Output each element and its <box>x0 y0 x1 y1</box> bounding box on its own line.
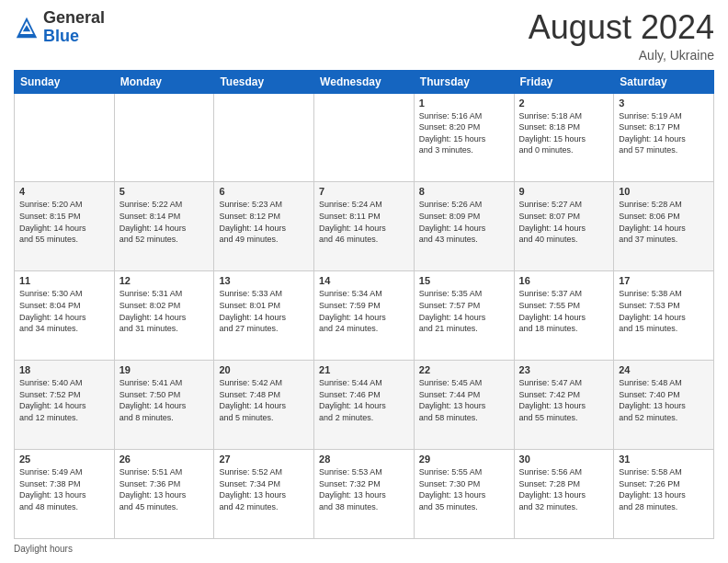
calendar-cell: 31Sunrise: 5:58 AM Sunset: 7:26 PM Dayli… <box>614 450 714 539</box>
calendar-cell: 17Sunrise: 5:38 AM Sunset: 7:53 PM Dayli… <box>614 271 714 361</box>
day-info: Sunrise: 5:28 AM Sunset: 8:06 PM Dayligh… <box>619 199 709 245</box>
day-number: 15 <box>419 275 509 286</box>
footer-label: Daylight hours <box>14 544 73 554</box>
calendar-cell: 1Sunrise: 5:16 AM Sunset: 8:20 PM Daylig… <box>414 93 514 182</box>
day-number: 29 <box>419 454 509 465</box>
calendar-cell: 26Sunrise: 5:51 AM Sunset: 7:36 PM Dayli… <box>114 450 214 539</box>
day-info: Sunrise: 5:20 AM Sunset: 8:15 PM Dayligh… <box>19 199 109 245</box>
calendar-cell: 12Sunrise: 5:31 AM Sunset: 8:02 PM Dayli… <box>114 271 214 361</box>
calendar-week-row: 4Sunrise: 5:20 AM Sunset: 8:15 PM Daylig… <box>15 182 714 271</box>
calendar-cell: 4Sunrise: 5:20 AM Sunset: 8:15 PM Daylig… <box>15 182 115 271</box>
day-info: Sunrise: 5:42 AM Sunset: 7:48 PM Dayligh… <box>219 377 309 423</box>
day-number: 5 <box>119 186 210 197</box>
calendar-cell: 10Sunrise: 5:28 AM Sunset: 8:06 PM Dayli… <box>614 182 714 271</box>
day-info: Sunrise: 5:52 AM Sunset: 7:34 PM Dayligh… <box>219 466 309 512</box>
calendar-cell <box>114 93 214 182</box>
calendar-cell: 15Sunrise: 5:35 AM Sunset: 7:57 PM Dayli… <box>414 271 514 361</box>
day-number: 7 <box>319 186 409 197</box>
calendar-cell: 28Sunrise: 5:53 AM Sunset: 7:32 PM Dayli… <box>314 450 415 539</box>
title-block: August 2024 Auly, Ukraine <box>529 9 714 63</box>
logo: General Blue <box>14 9 105 46</box>
day-info: Sunrise: 5:40 AM Sunset: 7:52 PM Dayligh… <box>19 377 109 423</box>
day-number: 11 <box>19 275 109 286</box>
day-number: 6 <box>219 186 309 197</box>
calendar-cell: 30Sunrise: 5:56 AM Sunset: 7:28 PM Dayli… <box>514 450 614 539</box>
calendar-day-header: Wednesday <box>314 70 415 93</box>
calendar-cell: 22Sunrise: 5:45 AM Sunset: 7:44 PM Dayli… <box>414 361 514 450</box>
day-info: Sunrise: 5:55 AM Sunset: 7:30 PM Dayligh… <box>419 466 509 512</box>
footer: Daylight hours <box>14 544 714 554</box>
day-number: 1 <box>419 98 509 109</box>
day-number: 13 <box>219 275 309 286</box>
day-info: Sunrise: 5:51 AM Sunset: 7:36 PM Dayligh… <box>119 466 210 512</box>
calendar-day-header: Sunday <box>15 70 115 93</box>
calendar-cell: 6Sunrise: 5:23 AM Sunset: 8:12 PM Daylig… <box>214 182 314 271</box>
day-info: Sunrise: 5:16 AM Sunset: 8:20 PM Dayligh… <box>419 110 509 156</box>
day-info: Sunrise: 5:45 AM Sunset: 7:44 PM Dayligh… <box>419 377 509 423</box>
day-number: 18 <box>19 364 109 375</box>
calendar-day-header: Monday <box>114 70 214 93</box>
calendar-cell: 5Sunrise: 5:22 AM Sunset: 8:14 PM Daylig… <box>114 182 214 271</box>
day-info: Sunrise: 5:30 AM Sunset: 8:04 PM Dayligh… <box>19 288 109 334</box>
calendar-day-header: Tuesday <box>214 70 314 93</box>
calendar-table: SundayMondayTuesdayWednesdayThursdayFrid… <box>14 70 714 539</box>
day-number: 21 <box>319 364 409 375</box>
day-number: 3 <box>619 98 709 109</box>
logo-icon <box>14 15 40 40</box>
day-number: 10 <box>619 186 709 197</box>
calendar-header-row: SundayMondayTuesdayWednesdayThursdayFrid… <box>15 70 714 93</box>
month-title: August 2024 <box>529 9 714 46</box>
day-number: 17 <box>619 275 709 286</box>
day-number: 26 <box>119 454 210 465</box>
day-number: 23 <box>519 364 609 375</box>
day-info: Sunrise: 5:22 AM Sunset: 8:14 PM Dayligh… <box>119 199 210 245</box>
day-info: Sunrise: 5:19 AM Sunset: 8:17 PM Dayligh… <box>619 110 709 156</box>
day-number: 24 <box>619 364 709 375</box>
logo-general-text: General <box>43 8 105 27</box>
day-number: 9 <box>519 186 609 197</box>
day-number: 31 <box>619 454 709 465</box>
calendar-cell: 24Sunrise: 5:48 AM Sunset: 7:40 PM Dayli… <box>614 361 714 450</box>
day-info: Sunrise: 5:47 AM Sunset: 7:42 PM Dayligh… <box>519 377 609 423</box>
calendar-week-row: 18Sunrise: 5:40 AM Sunset: 7:52 PM Dayli… <box>15 361 714 450</box>
day-info: Sunrise: 5:49 AM Sunset: 7:38 PM Dayligh… <box>19 466 109 512</box>
calendar-cell: 29Sunrise: 5:55 AM Sunset: 7:30 PM Dayli… <box>414 450 514 539</box>
day-info: Sunrise: 5:27 AM Sunset: 8:07 PM Dayligh… <box>519 199 609 245</box>
day-info: Sunrise: 5:53 AM Sunset: 7:32 PM Dayligh… <box>319 466 409 512</box>
calendar-cell: 8Sunrise: 5:26 AM Sunset: 8:09 PM Daylig… <box>414 182 514 271</box>
calendar-cell: 13Sunrise: 5:33 AM Sunset: 8:01 PM Dayli… <box>214 271 314 361</box>
day-info: Sunrise: 5:18 AM Sunset: 8:18 PM Dayligh… <box>519 110 609 156</box>
calendar-day-header: Thursday <box>414 70 514 93</box>
calendar-cell: 2Sunrise: 5:18 AM Sunset: 8:18 PM Daylig… <box>514 93 614 182</box>
calendar-cell <box>214 93 314 182</box>
calendar-cell: 14Sunrise: 5:34 AM Sunset: 7:59 PM Dayli… <box>314 271 415 361</box>
day-number: 14 <box>319 275 409 286</box>
day-number: 25 <box>19 454 109 465</box>
day-number: 27 <box>219 454 309 465</box>
day-number: 8 <box>419 186 509 197</box>
day-number: 28 <box>319 454 409 465</box>
day-info: Sunrise: 5:34 AM Sunset: 7:59 PM Dayligh… <box>319 288 409 334</box>
day-number: 20 <box>219 364 309 375</box>
calendar-cell: 11Sunrise: 5:30 AM Sunset: 8:04 PM Dayli… <box>15 271 115 361</box>
calendar-cell: 27Sunrise: 5:52 AM Sunset: 7:34 PM Dayli… <box>214 450 314 539</box>
calendar-cell: 23Sunrise: 5:47 AM Sunset: 7:42 PM Dayli… <box>514 361 614 450</box>
calendar-cell: 3Sunrise: 5:19 AM Sunset: 8:17 PM Daylig… <box>614 93 714 182</box>
day-info: Sunrise: 5:48 AM Sunset: 7:40 PM Dayligh… <box>619 377 709 423</box>
calendar-cell: 9Sunrise: 5:27 AM Sunset: 8:07 PM Daylig… <box>514 182 614 271</box>
location: Auly, Ukraine <box>529 48 714 63</box>
header: General Blue August 2024 Auly, Ukraine <box>14 9 714 63</box>
day-info: Sunrise: 5:33 AM Sunset: 8:01 PM Dayligh… <box>219 288 309 334</box>
calendar-week-row: 1Sunrise: 5:16 AM Sunset: 8:20 PM Daylig… <box>15 93 714 182</box>
day-info: Sunrise: 5:41 AM Sunset: 7:50 PM Dayligh… <box>119 377 210 423</box>
day-info: Sunrise: 5:44 AM Sunset: 7:46 PM Dayligh… <box>319 377 409 423</box>
day-number: 19 <box>119 364 210 375</box>
day-info: Sunrise: 5:23 AM Sunset: 8:12 PM Dayligh… <box>219 199 309 245</box>
calendar-day-header: Friday <box>514 70 614 93</box>
day-info: Sunrise: 5:56 AM Sunset: 7:28 PM Dayligh… <box>519 466 609 512</box>
calendar-cell: 21Sunrise: 5:44 AM Sunset: 7:46 PM Dayli… <box>314 361 415 450</box>
day-number: 16 <box>519 275 609 286</box>
day-info: Sunrise: 5:58 AM Sunset: 7:26 PM Dayligh… <box>619 466 709 512</box>
calendar-cell <box>15 93 115 182</box>
day-number: 22 <box>419 364 509 375</box>
